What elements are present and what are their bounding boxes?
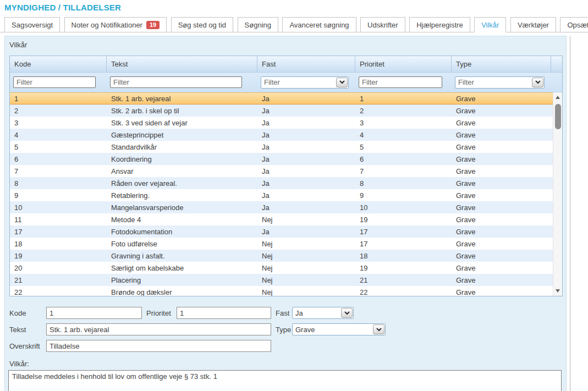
table-row[interactable]: 22Brønde og dækslerNej22Grave xyxy=(10,286,553,296)
tab-content-frame: Vilkår Kode Tekst Fast Prioritet Type xyxy=(0,36,570,391)
cell-type: Grave xyxy=(452,104,553,117)
chevron-down-icon[interactable] xyxy=(336,78,348,87)
cell-prio: 4 xyxy=(355,129,452,141)
fast-select[interactable]: Ja xyxy=(292,307,354,319)
cell-fast: Ja xyxy=(257,189,355,201)
fast-filter-placeholder: Filter xyxy=(264,78,280,86)
tab-soeg-sted-og-tid[interactable]: Søg sted og tid xyxy=(171,17,233,32)
cell-tekst: Koordinering xyxy=(107,153,257,165)
fast-filter-select[interactable]: Filter xyxy=(261,76,349,89)
tab-soegning[interactable]: Søgning xyxy=(238,17,278,32)
grid-filter-row: Filter Filter xyxy=(10,73,562,92)
table-row[interactable]: 9Retablering.Ja9Grave xyxy=(10,189,553,201)
column-header-kode[interactable]: Kode xyxy=(10,56,107,72)
cell-kode: 22 xyxy=(10,286,107,296)
tab-vaerktoejer[interactable]: Værktøjer xyxy=(510,17,556,32)
table-row[interactable]: 5StandardvilkårJa5Grave xyxy=(10,141,553,153)
cell-tekst: Metode 4 xyxy=(107,213,257,225)
cell-kode: 2 xyxy=(10,104,107,117)
cell-prio: 21 xyxy=(355,274,452,286)
chevron-down-icon[interactable] xyxy=(532,78,543,87)
table-row[interactable]: 3Stk. 3 ved siden af vejarJa3Grave xyxy=(10,117,553,129)
column-header-tekst[interactable]: Tekst xyxy=(107,56,257,72)
cell-tekst: Gravning i asfalt. xyxy=(107,250,257,262)
vilkaar-panel: Vilkår Kode Tekst Fast Prioritet Type xyxy=(4,36,567,391)
cell-kode: 20 xyxy=(10,262,107,274)
cell-fast: Ja xyxy=(257,141,355,153)
prioritet-filter-input[interactable] xyxy=(359,76,442,88)
tab-udskrifter[interactable]: Udskrifter xyxy=(360,17,405,32)
cell-tekst: Fotodokumentation xyxy=(107,225,257,238)
table-row[interactable]: 18Foto udførelseNej17Grave xyxy=(10,238,553,250)
prioritet-field[interactable] xyxy=(177,307,271,319)
tab-bar: Sagsoversigt Noter og Notifikationer19 S… xyxy=(0,17,588,32)
table-row[interactable]: 2Stk. 2 arb. i skel op tilJa2Grave xyxy=(10,104,553,117)
cell-kode: 10 xyxy=(10,201,107,213)
kode-field[interactable] xyxy=(46,307,142,319)
tab-label: Avanceret søgning xyxy=(289,21,349,29)
tekst-filter-input[interactable] xyxy=(110,76,242,88)
column-header-prioritet[interactable]: Prioritet xyxy=(355,56,452,72)
cell-type: Grave xyxy=(452,213,553,225)
table-row[interactable]: 8Råden over vejareal.Ja8Grave xyxy=(10,177,553,189)
table-row[interactable]: 20Særligt om kabelskabeNej19Grave xyxy=(10,262,553,274)
tab-label: Hjælperegistre xyxy=(416,21,463,29)
cell-type: Grave xyxy=(452,286,553,296)
table-row[interactable]: 6KoordineringJa6Grave xyxy=(10,153,553,165)
cell-prio: 17 xyxy=(355,225,452,238)
type-select[interactable]: Grave xyxy=(292,323,386,335)
cell-tekst: Placering xyxy=(107,274,257,286)
column-header-fast[interactable]: Fast xyxy=(257,56,355,72)
tab-avanceret-soegning[interactable]: Avanceret søgning xyxy=(282,17,356,32)
table-row[interactable]: 4GæsteprincippetJa4Grave xyxy=(10,129,553,141)
tekst-field[interactable] xyxy=(46,323,271,335)
cell-kode: 21 xyxy=(10,274,107,286)
type-filter-select[interactable]: Filter xyxy=(455,76,545,89)
table-row[interactable]: 17FotodokumentationJa17Grave xyxy=(10,225,553,238)
tab-label: Søg sted og tid xyxy=(178,21,226,29)
tab-label: Opsætning xyxy=(567,21,588,29)
tab-noter-og-notifikationer[interactable]: Noter og Notifikationer19 xyxy=(64,17,167,32)
column-header-type[interactable]: Type xyxy=(452,56,551,72)
cell-fast: Ja xyxy=(257,177,355,189)
table-row[interactable]: 10MangelansvarsperiodeJa10Grave xyxy=(10,201,553,213)
vilkaar-textarea[interactable]: Tilladelse meddeles i henhold til lov om… xyxy=(8,370,562,391)
cell-kode: 19 xyxy=(10,250,107,262)
type-label: Type xyxy=(276,326,292,334)
table-row[interactable]: 7AnsvarJa7Grave xyxy=(10,165,553,177)
tab-vilkaar[interactable]: Vilkår xyxy=(474,17,506,32)
scroll-thumb[interactable] xyxy=(555,104,561,129)
page-title: MYNDIGHED / TILLADELSER xyxy=(4,3,588,12)
vertical-scrollbar[interactable] xyxy=(553,92,562,296)
tab-opsaetning[interactable]: Opsætning xyxy=(560,17,588,32)
notification-badge: 19 xyxy=(146,21,160,29)
chevron-down-icon[interactable] xyxy=(373,324,384,334)
scroll-up-icon[interactable] xyxy=(556,96,560,99)
cell-type: Grave xyxy=(452,262,553,274)
type-filter-placeholder: Filter xyxy=(458,78,474,86)
cell-kode: 5 xyxy=(10,141,107,153)
cell-prio: 5 xyxy=(355,141,452,153)
cell-fast: Nej xyxy=(257,274,355,286)
scroll-down-icon[interactable] xyxy=(556,289,560,293)
cell-tekst: Stk. 2 arb. i skel op til xyxy=(107,104,257,117)
chevron-down-icon[interactable] xyxy=(341,308,353,318)
tab-hjaelperegistre[interactable]: Hjælperegistre xyxy=(409,17,470,32)
tab-label: Værktøjer xyxy=(518,21,549,29)
cell-fast: Ja xyxy=(257,153,355,165)
panel-title: Vilkår xyxy=(5,36,566,52)
overskrift-field[interactable] xyxy=(46,340,271,352)
tab-sagsoversigt[interactable]: Sagsoversigt xyxy=(4,17,60,32)
table-row[interactable]: 1Stk. 1 arb. vejarealJa1Grave xyxy=(10,92,553,104)
cell-fast: Ja xyxy=(257,225,355,238)
cell-type: Grave xyxy=(452,201,553,213)
cell-type: Grave xyxy=(452,250,553,262)
cell-prio: 22 xyxy=(355,286,452,296)
fast-label: Fast xyxy=(276,309,292,317)
table-row[interactable]: 19Gravning i asfalt.Nej18Grave xyxy=(10,250,553,262)
table-row[interactable]: 11Metode 4Nej19Grave xyxy=(10,213,553,225)
table-row[interactable]: 21PlaceringNej21Grave xyxy=(10,274,553,286)
cell-kode: 11 xyxy=(10,213,107,225)
kode-filter-input[interactable] xyxy=(13,76,96,88)
cell-prio: 19 xyxy=(355,213,452,225)
